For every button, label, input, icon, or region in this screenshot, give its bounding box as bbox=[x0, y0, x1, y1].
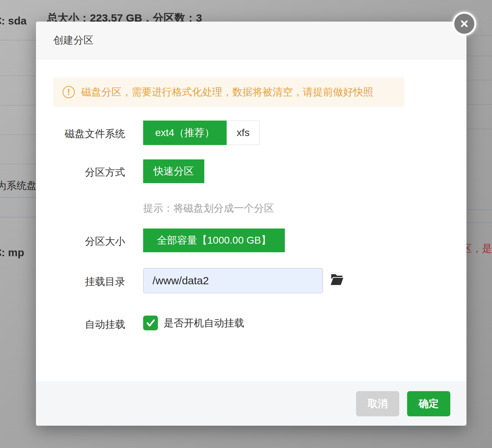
mount-dir-label: 挂载目录 bbox=[46, 275, 125, 289]
auto-mount-label: 自动挂载 bbox=[46, 318, 125, 331]
filesystem-label: 磁盘文件系统 bbox=[46, 127, 125, 141]
backdrop-table-line bbox=[466, 209, 492, 210]
partition-mode-hint: 提示：将磁盘划分成一个分区 bbox=[143, 202, 274, 215]
backdrop-disk2-name: 称: mp bbox=[0, 245, 24, 260]
full-capacity-button[interactable]: 全部容量【1000.00 GB】 bbox=[143, 228, 285, 252]
mount-dir-input[interactable] bbox=[143, 268, 323, 293]
mount-dir-row: 挂载目录 bbox=[36, 268, 466, 293]
filesystem-option-ext4[interactable]: ext4（推荐） bbox=[143, 121, 227, 145]
filesystem-option-xfs[interactable]: xfs bbox=[227, 121, 260, 145]
backdrop-table-line bbox=[0, 164, 36, 164]
backdrop-table-line bbox=[466, 222, 492, 223]
backdrop-table-line bbox=[0, 40, 36, 40]
close-icon bbox=[459, 18, 470, 30]
filesystem-row: 磁盘文件系统 ext4（推荐） xfs bbox=[36, 121, 466, 145]
auto-mount-checkbox-label: 是否开机自动挂载 bbox=[164, 316, 244, 330]
backdrop-table-line bbox=[466, 56, 492, 56]
backdrop-table-line bbox=[0, 76, 36, 76]
partition-mode-row: 分区方式 快速分区 bbox=[36, 159, 466, 183]
backdrop-table-line bbox=[0, 197, 36, 198]
create-partition-dialog: 创建分区 ! 磁盘分区，需要进行格式化处理，数据将被清空，请提前做好快照 磁盘文… bbox=[36, 22, 466, 426]
dialog-footer: 取消 确定 bbox=[36, 381, 466, 426]
folder-icon bbox=[329, 272, 345, 288]
quick-partition-button[interactable]: 快速分区 bbox=[143, 159, 204, 183]
checkmark-icon bbox=[146, 319, 155, 327]
folder-browse-button[interactable] bbox=[329, 272, 345, 288]
auto-mount-checkbox[interactable] bbox=[143, 316, 158, 330]
confirm-button[interactable]: 确定 bbox=[407, 391, 450, 416]
dialog-header: 创建分区 bbox=[36, 22, 466, 59]
filesystem-segmented-control: ext4（推荐） xfs bbox=[143, 121, 260, 145]
backdrop-table-line bbox=[0, 135, 36, 135]
warning-banner: ! 磁盘分区，需要进行格式化处理，数据将被清空，请提前做好快照 bbox=[53, 77, 404, 107]
partition-size-label: 分区大小 bbox=[46, 235, 125, 248]
partition-size-row: 分区大小 全部容量【1000.00 GB】 bbox=[36, 228, 466, 252]
backdrop-disk-name: 称: sda bbox=[0, 14, 27, 28]
backdrop-table-line bbox=[466, 80, 492, 80]
backdrop-table-line bbox=[0, 217, 36, 217]
backdrop-table-line bbox=[466, 104, 492, 105]
warning-icon: ! bbox=[63, 86, 75, 98]
backdrop-table-line bbox=[466, 129, 492, 129]
cancel-button[interactable]: 取消 bbox=[356, 391, 399, 416]
backdrop-table-line bbox=[466, 35, 492, 36]
warning-text: 磁盘分区，需要进行格式化处理，数据将被清空，请提前做好快照 bbox=[81, 85, 373, 99]
close-button[interactable] bbox=[452, 12, 476, 36]
auto-mount-row: 自动挂载 是否开机自动挂载 bbox=[36, 316, 466, 330]
backdrop-system-disk-note: 为系统盘 bbox=[0, 179, 37, 193]
partition-mode-label: 分区方式 bbox=[46, 166, 125, 179]
backdrop-table-line bbox=[0, 105, 36, 105]
dialog-title: 创建分区 bbox=[53, 33, 94, 47]
